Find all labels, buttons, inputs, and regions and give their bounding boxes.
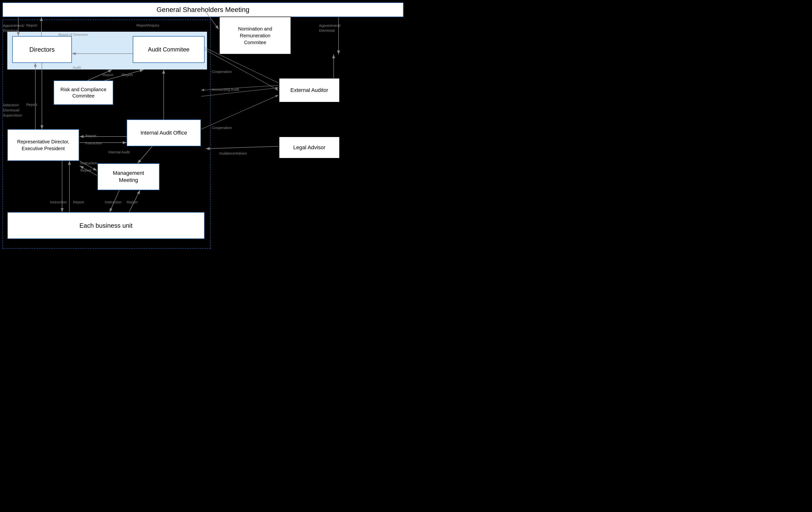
instruction-iao-label: Instruction bbox=[85, 141, 102, 145]
audit-committee-label: Audit Commitee bbox=[148, 46, 190, 53]
accounting-audit-label: Accounting Audit bbox=[212, 87, 239, 91]
risk-compliance-label: Risk and ComplianceCommitee bbox=[60, 86, 107, 99]
instruction-mgmt-label: Instruction bbox=[80, 161, 97, 165]
nrc-box: Nomination andRemunerationCommitee bbox=[219, 17, 291, 54]
la-label: Legal Advisor bbox=[293, 144, 325, 151]
svg-line-14 bbox=[201, 95, 279, 129]
gsm-label: General Shareholders Meeting bbox=[156, 6, 250, 14]
iao-label: Internal Audit Office bbox=[141, 130, 187, 137]
report-risk1-label: Report bbox=[102, 73, 113, 77]
instruction-ebu-mgmt-label: Instruction bbox=[105, 200, 121, 204]
internal-audit-label: Internal Audit bbox=[108, 150, 130, 154]
report-iao-rep-label: Report bbox=[85, 134, 96, 138]
ea-label: External Auditor bbox=[290, 87, 328, 93]
diagram-container: General Shareholders Meeting Board of Di… bbox=[0, 0, 406, 256]
selection-label: Selection/Dismissal/Supervision bbox=[3, 102, 22, 118]
rep-director-label: Representative Director,Executive Presid… bbox=[17, 138, 69, 152]
report-risk2-label: Report bbox=[122, 73, 133, 77]
report-inquiry-label: Report/Inquiry bbox=[136, 23, 159, 27]
appt-dismissal-left-label: Appointment/Dismissal bbox=[3, 23, 24, 33]
ebu-label: Each business unit bbox=[79, 222, 133, 230]
guidance-advice-label: Guidance/Advice bbox=[219, 151, 247, 155]
report-left-label: Report bbox=[26, 23, 37, 27]
instruction-ebu-label: Instruction bbox=[50, 200, 67, 204]
audit-committee-box: Audit Commitee bbox=[133, 36, 205, 63]
la-box: Legal Advisor bbox=[279, 137, 340, 159]
directors-box: Directors bbox=[12, 36, 72, 63]
cooperation1-label: Cooperation bbox=[212, 70, 232, 74]
report-rep-label: Report bbox=[26, 102, 37, 107]
svg-line-27 bbox=[206, 146, 279, 149]
nrc-label: Nomination andRemunerationCommitee bbox=[238, 25, 272, 46]
gsm-box: General Shareholders Meeting bbox=[2, 2, 404, 17]
rep-director-box: Representative Director,Executive Presid… bbox=[7, 129, 79, 161]
directors-label: Directors bbox=[29, 46, 55, 53]
mgmt-meeting-label: ManagementMeeting bbox=[113, 170, 144, 184]
report-ebu-label: Report bbox=[73, 200, 84, 204]
iao-box: Internal Audit Office bbox=[127, 119, 201, 146]
audit-label: Audit bbox=[72, 65, 81, 70]
mgmt-meeting-box: ManagementMeeting bbox=[97, 163, 160, 190]
report-mgmt-label: Report bbox=[80, 168, 91, 172]
appt-dismissal-right-label: Appointment/Dismissal bbox=[319, 23, 341, 33]
ebu-box: Each business unit bbox=[7, 212, 205, 239]
ea-box: External Auditor bbox=[279, 78, 340, 102]
risk-compliance-box: Risk and ComplianceCommitee bbox=[54, 80, 113, 105]
cooperation2-label: Cooperation bbox=[212, 126, 232, 130]
report-ebu-mgmt-label: Report bbox=[127, 200, 138, 204]
